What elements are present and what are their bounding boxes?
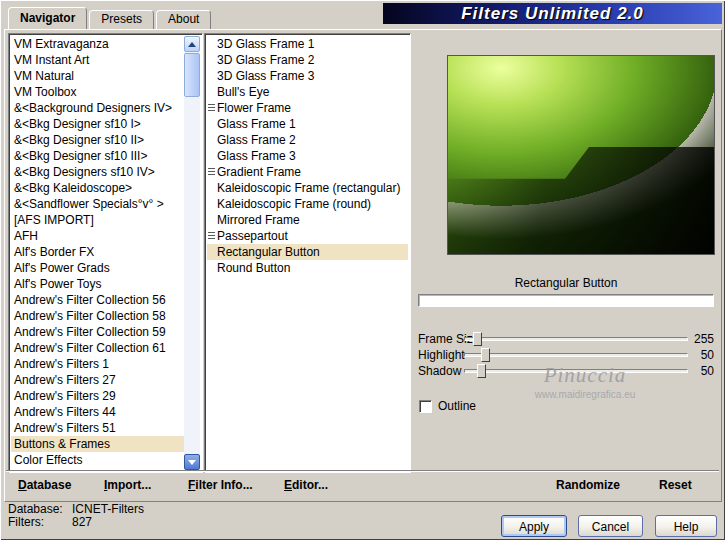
scroll-up-button[interactable]	[184, 36, 200, 52]
filter-info-button[interactable]: Filter Info...	[188, 478, 253, 492]
category-item[interactable]: VM Natural	[11, 68, 184, 84]
slider-value: 50	[670, 364, 714, 378]
scroll-down-button[interactable]	[184, 454, 200, 470]
status-filters-value: 827	[72, 516, 92, 529]
tab-about[interactable]: About	[156, 10, 211, 29]
slider-value: 50	[670, 348, 714, 362]
category-item[interactable]: Andrew's Filter Collection 58	[11, 308, 184, 324]
tab-presets[interactable]: Presets	[89, 10, 154, 29]
category-item[interactable]: VM Extravaganza	[11, 36, 184, 52]
category-item[interactable]: &<Background Designers IV>	[11, 100, 184, 116]
slider-thumb[interactable]	[473, 332, 482, 346]
slider-row-frame-size: Frame Size255	[418, 331, 714, 347]
category-item[interactable]: &<Bkg Designer sf10 I>	[11, 116, 184, 132]
filter-items: 3D Glass Frame 13D Glass Frame 23D Glass…	[207, 36, 408, 470]
filter-item[interactable]: 3D Glass Frame 2	[207, 52, 408, 68]
filter-item-label: Glass Frame 2	[217, 133, 296, 147]
filter-item[interactable]: 3D Glass Frame 1	[207, 36, 408, 52]
outline-checkbox[interactable]	[419, 400, 432, 413]
category-scrollbar[interactable]	[184, 36, 200, 470]
category-item[interactable]: [AFS IMPORT]	[11, 212, 184, 228]
filter-item[interactable]: Glass Frame 2	[207, 132, 408, 148]
category-item[interactable]: Andrew's Filters 51	[11, 420, 184, 436]
category-item[interactable]: Color Effects	[11, 452, 184, 468]
filter-item[interactable]: Kaleidoscopic Frame (round)	[207, 196, 408, 212]
help-button[interactable]: Help	[655, 515, 717, 537]
filter-item-label: Passepartout	[217, 229, 288, 243]
filter-item-label: 3D Glass Frame 1	[217, 37, 314, 51]
category-item[interactable]: Andrew's Filters 29	[11, 388, 184, 404]
filter-item-label: Round Button	[217, 261, 290, 275]
filter-item[interactable]: Bull's Eye	[207, 84, 408, 100]
category-item[interactable]: VM Instant Art	[11, 52, 184, 68]
category-item[interactable]: Andrew's Filter Collection 56	[11, 292, 184, 308]
slider-track[interactable]	[464, 353, 688, 357]
category-listbox: VM ExtravaganzaVM Instant ArtVM NaturalV…	[8, 33, 203, 473]
cancel-button[interactable]: Cancel	[578, 515, 643, 537]
filter-item[interactable]: Flower Frame	[207, 100, 408, 116]
category-item[interactable]: AFH	[11, 228, 184, 244]
title-banner: Filters Unlimited 2.0	[383, 3, 722, 24]
filter-item-label: Flower Frame	[217, 101, 291, 115]
filter-item[interactable]: Kaleidoscopic Frame (rectangular)	[207, 180, 408, 196]
import-button[interactable]: Import...	[104, 478, 151, 492]
category-item[interactable]: Alf's Border FX	[11, 244, 184, 260]
status-database-label: Database:	[8, 502, 63, 516]
apply-button[interactable]: Apply	[501, 515, 567, 537]
filter-item-label: Gradient Frame	[217, 165, 301, 179]
slider-value: 255	[670, 332, 714, 346]
filter-item[interactable]: Round Button	[207, 260, 408, 276]
filter-item[interactable]: 3D Glass Frame 3	[207, 68, 408, 84]
down-arrow-icon	[188, 460, 196, 465]
category-item[interactable]: Andrew's Filter Collection 61	[11, 340, 184, 356]
category-item[interactable]: VM Toolbox	[11, 84, 184, 100]
filter-item[interactable]: Gradient Frame	[207, 164, 408, 180]
category-item[interactable]: Alf's Power Grads	[11, 260, 184, 276]
tab-navigator[interactable]: Navigator	[8, 7, 87, 29]
filter-listbox: 3D Glass Frame 13D Glass Frame 23D Glass…	[204, 33, 411, 473]
category-item[interactable]: Andrew's Filters 1	[11, 356, 184, 372]
filter-item-label: Glass Frame 3	[217, 149, 296, 163]
filter-item[interactable]: Passepartout	[207, 228, 408, 244]
category-item[interactable]: &<Bkg Designer sf10 III>	[11, 148, 184, 164]
editor-button[interactable]: Editor...	[284, 478, 328, 492]
filter-item[interactable]: Glass Frame 1	[207, 116, 408, 132]
category-item[interactable]: Andrew's Filter Collection 59	[11, 324, 184, 340]
scrollbar-thumb[interactable]	[184, 53, 200, 97]
outline-checkbox-row[interactable]: Outline	[419, 399, 476, 413]
filter-item-label: Glass Frame 1	[217, 117, 296, 131]
slider-label: Shadow	[418, 364, 461, 378]
slider-track[interactable]	[464, 369, 688, 373]
filter-item[interactable]: Rectangular Button	[207, 244, 408, 260]
preset-marker-icon	[208, 232, 215, 241]
category-item[interactable]: &<Bkg Kaleidoscope>	[11, 180, 184, 196]
filter-item-label: Kaleidoscopic Frame (round)	[217, 197, 371, 211]
category-item[interactable]: &<Bkg Designer sf10 II>	[11, 132, 184, 148]
category-item[interactable]: Buttons & Frames	[11, 436, 184, 452]
status-filters-label: Filters:	[8, 515, 44, 529]
filter-item-label: Bull's Eye	[217, 85, 269, 99]
slider-thumb[interactable]	[481, 348, 490, 362]
filter-item[interactable]: Glass Frame 3	[207, 148, 408, 164]
filter-item[interactable]: Mirrored Frame	[207, 212, 408, 228]
category-item[interactable]: &<Bkg Designers sf10 IV>	[11, 164, 184, 180]
filter-item-label: 3D Glass Frame 3	[217, 69, 314, 83]
filter-item-label: Rectangular Button	[217, 245, 320, 259]
reset-button[interactable]: Reset	[659, 478, 692, 492]
category-item[interactable]: Andrew's Filters 27	[11, 372, 184, 388]
toolbar-separator	[6, 470, 719, 472]
category-item[interactable]: Alf's Power Toys	[11, 276, 184, 292]
filter-item-label: Kaleidoscopic Frame (rectangular)	[217, 181, 400, 195]
category-item[interactable]: &<Sandflower Specials°v° >	[11, 196, 184, 212]
category-item[interactable]: Andrew's Filters 44	[11, 404, 184, 420]
slider-thumb[interactable]	[477, 364, 486, 378]
slider-track[interactable]	[464, 337, 688, 341]
filters-unlimited-window: NavigatorPresetsAbout Filters Unlimited …	[0, 0, 725, 540]
outline-label: Outline	[438, 399, 476, 413]
category-items: VM ExtravaganzaVM Instant ArtVM NaturalV…	[11, 36, 184, 470]
preset-marker-icon	[208, 168, 215, 177]
randomize-button[interactable]: Randomize	[556, 478, 620, 492]
database-button[interactable]: Database	[18, 478, 71, 492]
preview-image	[447, 55, 715, 255]
up-arrow-icon	[188, 42, 196, 47]
